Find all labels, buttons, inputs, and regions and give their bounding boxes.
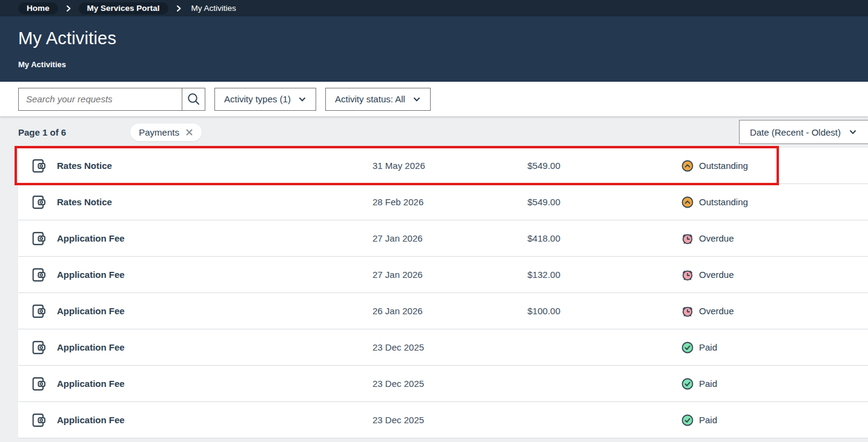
activity-list: Rates Notice 31 May 2026 $549.00 Outstan… <box>0 148 868 438</box>
status-badge: Overdue <box>681 233 868 245</box>
search-input[interactable] <box>18 88 182 111</box>
list-item[interactable]: Application Fee 23 Dec 2025 Paid <box>18 366 868 402</box>
check-circle-icon <box>681 414 694 426</box>
page-title: My Activities <box>18 28 868 48</box>
status-badge: Paid <box>681 341 868 354</box>
activity-name: Application Fee <box>57 306 373 316</box>
close-icon[interactable] <box>185 128 193 136</box>
page-info: Page 1 of 6 <box>18 127 66 137</box>
status-label: Paid <box>699 342 717 352</box>
chevron-right-icon <box>65 5 72 12</box>
wallet-icon <box>30 230 47 247</box>
list-item[interactable]: Rates Notice 28 Feb 2026 $549.00 Outstan… <box>18 184 868 220</box>
filter-bar: Activity types (1) Activity status: All <box>0 82 868 116</box>
activity-name: Application Fee <box>57 233 373 243</box>
status-badge: Overdue <box>681 269 868 281</box>
alarm-clock-icon <box>681 269 694 281</box>
sort-dropdown[interactable]: Date (Recent - Oldest) <box>739 120 868 144</box>
status-label: Overdue <box>699 269 734 280</box>
chevron-down-icon <box>849 128 857 136</box>
list-item[interactable]: Application Fee 26 Jan 2026 $100.00 Over… <box>18 293 868 329</box>
activity-amount: $100.00 <box>482 306 560 316</box>
list-item[interactable]: Application Fee 27 Jan 2026 $132.00 Over… <box>18 257 868 293</box>
activity-amount: $549.00 <box>482 197 560 207</box>
wallet-icon <box>30 375 47 392</box>
status-badge: Outstanding <box>681 196 868 208</box>
chevron-down-icon <box>412 95 421 104</box>
check-circle-icon <box>681 378 694 390</box>
activity-name: Application Fee <box>57 269 373 280</box>
activity-amount: $418.00 <box>482 233 560 243</box>
breadcrumb-my-services-portal[interactable]: My Services Portal <box>79 2 168 15</box>
status-badge: Paid <box>681 378 868 390</box>
chevron-right-icon <box>175 5 182 12</box>
status-label: Paid <box>699 415 717 425</box>
activity-types-label: Activity types (1) <box>224 94 291 104</box>
list-item[interactable]: Application Fee 23 Dec 2025 Paid <box>18 402 868 438</box>
activity-types-dropdown[interactable]: Activity types (1) <box>214 88 316 111</box>
status-label: Outstanding <box>699 160 748 171</box>
alarm-clock-icon <box>681 305 694 317</box>
activity-status-dropdown[interactable]: Activity status: All <box>325 88 431 111</box>
activity-date: 23 Dec 2025 <box>373 342 482 352</box>
activity-status-label: Activity status: All <box>335 94 405 104</box>
page-subtitle: My Activities <box>18 60 868 69</box>
activity-amount: $132.00 <box>482 269 560 280</box>
list-item[interactable]: Rates Notice 31 May 2026 $549.00 Outstan… <box>18 148 868 184</box>
chevron-down-icon <box>298 95 306 104</box>
search-button[interactable] <box>182 88 205 111</box>
activity-date: 27 Jan 2026 <box>373 233 482 243</box>
list-item[interactable]: Application Fee 27 Jan 2026 $418.00 Over… <box>18 220 868 257</box>
search-icon <box>187 92 200 106</box>
activity-date: 23 Dec 2025 <box>373 378 482 389</box>
activity-date: 26 Jan 2026 <box>373 306 482 316</box>
activity-date: 31 May 2026 <box>373 160 482 171</box>
check-circle-icon <box>681 341 694 354</box>
activity-name: Application Fee <box>57 378 373 389</box>
activity-name: Rates Notice <box>57 160 373 171</box>
activity-name: Application Fee <box>57 415 373 425</box>
chevron-up-circle-icon <box>681 196 694 208</box>
status-label: Overdue <box>699 233 734 243</box>
search-group <box>18 88 205 111</box>
wallet-icon <box>30 339 47 356</box>
sort-label: Date (Recent - Oldest) <box>750 127 841 137</box>
alarm-clock-icon <box>681 233 694 245</box>
status-label: Paid <box>699 378 717 389</box>
filter-chip-payments: Payments <box>130 124 202 141</box>
breadcrumb: Home My Services Portal My Activities <box>0 0 868 16</box>
activity-name: Rates Notice <box>57 197 373 207</box>
breadcrumb-home[interactable]: Home <box>18 2 58 15</box>
status-badge: Overdue <box>681 305 868 317</box>
wallet-icon <box>30 157 47 174</box>
chevron-up-circle-icon <box>681 160 694 172</box>
status-badge: Paid <box>681 414 868 426</box>
wallet-icon <box>30 194 47 211</box>
status-label: Outstanding <box>699 197 748 207</box>
activity-date: 23 Dec 2025 <box>373 415 482 425</box>
wallet-icon <box>30 303 47 320</box>
status-badge: Outstanding <box>681 160 868 172</box>
status-label: Overdue <box>699 306 734 316</box>
activity-name: Application Fee <box>57 342 373 352</box>
wallet-icon <box>30 412 47 429</box>
activity-date: 27 Jan 2026 <box>373 269 482 280</box>
list-item[interactable]: Application Fee 23 Dec 2025 Paid <box>18 329 868 366</box>
activity-date: 28 Feb 2026 <box>373 197 482 207</box>
breadcrumb-current: My Activities <box>191 4 236 13</box>
page-header: My Activities My Activities <box>0 16 868 82</box>
activity-amount: $549.00 <box>482 160 560 171</box>
list-meta-row: Page 1 of 6 Payments Date (Recent - Olde… <box>0 116 868 148</box>
wallet-icon <box>30 266 47 283</box>
filter-chip-label: Payments <box>139 127 179 137</box>
